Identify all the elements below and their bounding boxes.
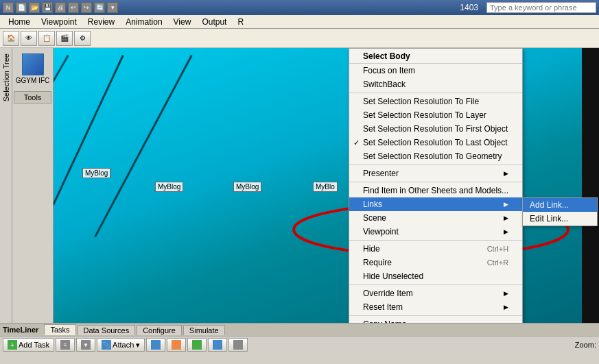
tl-icon-9 — [233, 340, 243, 350]
add-task-icon: + — [8, 340, 17, 350]
menu-r[interactable]: R — [232, 16, 249, 28]
title-number: 1403 — [460, 3, 481, 12]
toolbar-row: 🏠 👁 📋 🎬 ⚙ — [0, 29, 599, 48]
ggym-icon — [22, 53, 44, 75]
ctx-switchback[interactable]: SwitchBack — [349, 77, 522, 91]
bottom-panel: TimeLiner Tasks Data Sources Configure S… — [0, 323, 599, 364]
ctx-presenter[interactable]: Presenter — [349, 167, 522, 180]
tb-btn-3[interactable]: 💾 — [42, 2, 53, 13]
ctx-resolution-layer[interactable]: Set Selection Resolution To Layer — [349, 108, 522, 122]
search-input[interactable] — [486, 2, 596, 13]
menu-animation[interactable]: Animation — [120, 16, 167, 28]
tl-btn-7[interactable] — [187, 338, 207, 352]
ctx-add-link[interactable]: Add Link... — [523, 198, 597, 212]
toolbar-btn-1[interactable]: 🏠 — [3, 31, 19, 46]
tab-simulate[interactable]: Simulate — [183, 325, 225, 335]
tl-icon-3: ▼ — [81, 340, 91, 350]
toolbar-btn-3[interactable]: 📋 — [38, 31, 55, 46]
title-bar: N 📄 📂 💾 🖨 ↩ ↪ 🔄 ▾ 1403 — [0, 0, 599, 15]
myblog-4: MyBlo — [313, 182, 338, 192]
tl-btn-6[interactable] — [167, 338, 186, 352]
menu-review[interactable]: Review — [82, 16, 120, 28]
myblog-3: MyBlog — [233, 182, 261, 192]
tb-btn-2[interactable]: 📂 — [29, 2, 40, 13]
ctx-hide[interactable]: Hide Ctrl+H — [349, 242, 522, 256]
ctx-reset-item[interactable]: Reset Item — [349, 300, 522, 314]
ctx-resolution-geometry[interactable]: Set Selection Resolution To Geometry — [349, 149, 522, 163]
toolbar-btn-5[interactable]: ⚙ — [74, 31, 91, 46]
tl-icon-5 — [151, 340, 161, 350]
ctx-header: Select Body — [349, 49, 522, 64]
ctx-edit-link[interactable]: Edit Link... — [523, 212, 597, 226]
ctx-require[interactable]: Require Ctrl+R — [349, 256, 522, 269]
ctx-sep-1 — [349, 93, 522, 93]
menu-output[interactable]: Output — [196, 16, 232, 28]
tb-btn-1[interactable]: 📄 — [16, 2, 27, 13]
tb-btn-5[interactable]: ↩ — [68, 2, 79, 13]
zoom-label: Zoom: — [575, 341, 596, 349]
tb-btn-6[interactable]: ↪ — [81, 2, 92, 13]
ctx-hide-unselected[interactable]: Hide Unselected — [349, 269, 522, 283]
tl-btn-5[interactable] — [146, 338, 165, 352]
ctx-resolution-file[interactable]: Set Selection Resolution To File — [349, 95, 522, 108]
attach-icon: 📎 — [102, 340, 111, 350]
myblog-2: MyBlog — [155, 182, 183, 192]
timeliner-title: TimeLiner — [3, 326, 44, 334]
ctx-focus-on-item[interactable]: Focus on Item — [349, 64, 522, 77]
tl-add-task[interactable]: + Add Task — [3, 338, 54, 352]
menu-viewpoint[interactable]: Viewpoint — [36, 16, 82, 28]
tab-configure[interactable]: Configure — [137, 325, 182, 335]
menu-home[interactable]: Home — [3, 16, 36, 28]
ctx-links[interactable]: Links Add Link... Edit Link... — [349, 197, 522, 211]
ctx-sep-2 — [349, 165, 522, 165]
tab-tasks[interactable]: Tasks — [44, 324, 75, 335]
ctx-copy-name[interactable]: Copy Name — [349, 317, 522, 323]
tl-icon-7 — [192, 340, 202, 350]
ctx-sep-6 — [349, 315, 522, 316]
tb-btn-7[interactable]: 🔄 — [94, 2, 105, 13]
links-submenu: Add Link... Edit Link... — [522, 197, 598, 226]
context-menu: Select Body Focus on Item SwitchBack Set… — [349, 48, 523, 323]
ctx-sep-4 — [349, 240, 522, 241]
ctx-sep-3 — [349, 182, 522, 182]
add-task-label: Add Task — [19, 341, 49, 349]
panel-icon-label: GGYM IFC — [16, 77, 49, 84]
main-layout: Selection Tree GGYM IFC Tools MyBlog MyB… — [0, 48, 599, 323]
ctx-scene[interactable]: Scene — [349, 211, 522, 225]
panel-icon-area: GGYM IFC — [12, 48, 53, 90]
tl-icon-8 — [213, 340, 222, 350]
tl-btn-9[interactable] — [228, 338, 248, 352]
tb-btn-4[interactable]: 🖨 — [55, 2, 66, 13]
menu-bar: Home Viewpoint Review Animation View Out… — [0, 15, 599, 29]
tb-btn-8[interactable]: ▾ — [107, 2, 118, 13]
ctx-resolution-first[interactable]: Set Selection Resolution To First Object — [349, 122, 522, 136]
tools-tab[interactable]: Tools — [14, 91, 51, 104]
timeliner-toolbar: + Add Task ≡ ▼ 📎 Attach ▾ Zoom: — [0, 337, 599, 353]
tl-btn-2[interactable]: ≡ — [56, 338, 75, 352]
tl-btn-3[interactable]: ▼ — [76, 338, 95, 352]
myblog-1: MyBlog — [82, 168, 110, 178]
toolbar-btn-2[interactable]: 👁 — [21, 31, 37, 46]
toolbar-btn-4[interactable]: 🎬 — [56, 31, 73, 46]
ctx-resolution-last[interactable]: Set Selection Resolution To Last Object — [349, 136, 522, 149]
viewport[interactable]: MyBlog MyBlog MyBlog MyBlo Select Body F… — [54, 48, 599, 323]
panel-left: GGYM IFC Tools — [12, 48, 54, 323]
menu-view[interactable]: View — [168, 16, 197, 28]
timeliner-header: TimeLiner Tasks Data Sources Configure S… — [0, 324, 599, 337]
tl-attach[interactable]: 📎 Attach ▾ — [97, 338, 145, 352]
ctx-viewpoint[interactable]: Viewpoint — [349, 225, 522, 239]
title-bar-icons: N 📄 📂 💾 🖨 ↩ ↪ 🔄 ▾ — [3, 2, 118, 13]
sidebar-label: Selection Tree — [2, 51, 10, 104]
tl-icon-2: ≡ — [60, 340, 70, 350]
sidebar: Selection Tree — [0, 48, 12, 323]
attach-label: Attach ▾ — [113, 341, 140, 350]
ctx-override-item[interactable]: Override Item — [349, 287, 522, 300]
ctx-find-item[interactable]: Find Item in Other Sheets and Models... — [349, 184, 522, 197]
tl-btn-8[interactable] — [208, 338, 227, 352]
tl-icon-6 — [172, 340, 181, 350]
tab-data-sources[interactable]: Data Sources — [78, 325, 136, 335]
ctx-sep-5 — [349, 284, 522, 285]
app-icon: N — [3, 2, 14, 13]
